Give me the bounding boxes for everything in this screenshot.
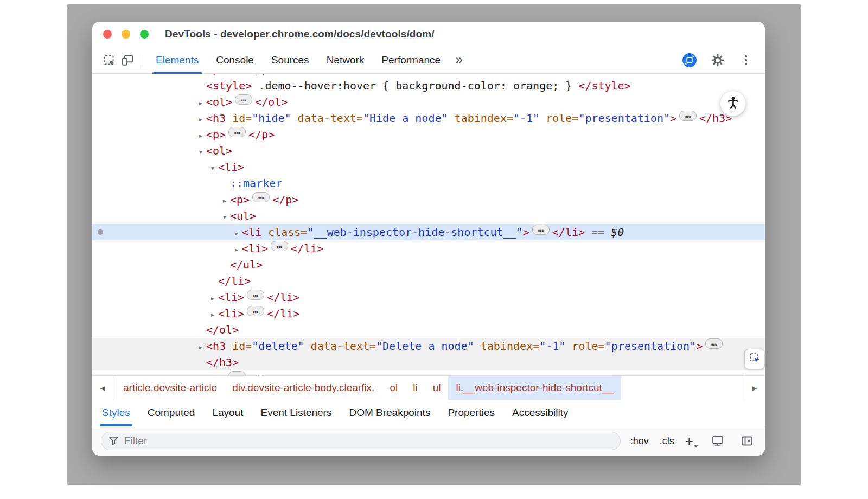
new-style-rule-button[interactable]: +: [685, 434, 698, 448]
window-title: DevTools - developer.chrome.com/docs/dev…: [165, 28, 435, 40]
dom-tree-row[interactable]: ▸<li class="__web-inspector-hide-shortcu…: [92, 224, 765, 240]
dom-tree-row[interactable]: </ol>: [92, 322, 765, 338]
ellipsis-pill[interactable]: …: [228, 127, 246, 137]
code-token-tag: <li>: [218, 161, 244, 174]
code-token-tag: <li>: [218, 307, 244, 320]
dom-tree-row[interactable]: </h3>: [92, 354, 765, 370]
dom-tree-row[interactable]: ▸<p>…</p>: [92, 126, 765, 143]
breadcrumb-item[interactable]: div.devsite-article-body.clearfix.: [225, 376, 382, 400]
tab-performance[interactable]: Performance: [373, 47, 449, 73]
dom-tree-row[interactable]: ▾<li>: [92, 159, 765, 175]
ellipsis-pill[interactable]: …: [247, 290, 264, 300]
toggle-device-toolbar-icon[interactable]: [118, 51, 137, 69]
close-button[interactable]: [103, 30, 112, 39]
kebab-menu-icon[interactable]: [737, 51, 755, 69]
breadcrumb: ◂ article.devsite-articlediv.devsite-art…: [92, 375, 765, 400]
dom-tree-row[interactable]: ▸<p>…</p>: [92, 74, 765, 78]
ellipsis-pill[interactable]: …: [271, 241, 288, 251]
rendering-emulations-icon[interactable]: [709, 432, 727, 450]
expand-arrow[interactable]: ▸: [195, 372, 206, 375]
dom-tree-row[interactable]: ▸<li>…</li>: [92, 240, 765, 257]
expand-arrow[interactable]: ▸: [195, 127, 206, 144]
styles-filter-input[interactable]: Filter: [101, 432, 621, 450]
breadcrumb-item[interactable]: ul: [425, 376, 449, 400]
ellipsis-pill[interactable]: …: [247, 306, 264, 316]
breadcrumb-item[interactable]: li.__web-inspector-hide-shortcut__: [448, 376, 621, 400]
chevron-left-icon: ◂: [100, 382, 105, 394]
ellipsis-pill[interactable]: …: [705, 338, 723, 349]
code-token-tag: </li>: [267, 307, 299, 320]
inspect-element-icon[interactable]: [100, 51, 118, 69]
toggle-sidebar-icon[interactable]: [738, 432, 756, 450]
dom-tree-row[interactable]: ▸<li>…</li>: [92, 305, 765, 322]
breadcrumb-item[interactable]: article.devsite-article: [116, 376, 225, 400]
expand-arrow[interactable]: ▾: [219, 209, 230, 225]
sidebar-tab-properties[interactable]: Properties: [442, 400, 500, 426]
code-token-tag: </ol>: [206, 323, 239, 336]
ellipsis-pill[interactable]: …: [252, 192, 270, 202]
code-token-attr: class=: [261, 226, 307, 239]
code-token-val: "presentation": [578, 112, 670, 125]
dom-tree-row[interactable]: ▸<h3 id="hide" data-text="Hide a node" t…: [92, 110, 765, 126]
code-token-val: "presentation": [605, 340, 697, 353]
dom-tree-row[interactable]: ▸<p>…</p>: [92, 370, 765, 375]
expand-arrow[interactable]: ▸: [195, 111, 206, 127]
expand-arrow[interactable]: ▸: [195, 95, 206, 111]
code-token-attr: tabindex=: [448, 112, 513, 125]
sidebar-tab-event-listeners[interactable]: Event Listeners: [255, 400, 337, 426]
dom-tree-row[interactable]: ▾<ol>: [92, 143, 765, 159]
breadcrumb-item[interactable]: li: [405, 376, 425, 400]
ellipsis-pill[interactable]: …: [532, 225, 550, 235]
expand-arrow[interactable]: ▸: [195, 339, 206, 355]
expand-arrow[interactable]: ▸: [231, 225, 242, 241]
dom-tree-row[interactable]: <style> .demo--hover:hover { background-…: [92, 78, 765, 94]
code-token-tag: <li>: [242, 242, 268, 255]
ellipsis-pill[interactable]: …: [228, 371, 246, 375]
dom-tree-content: ▸<p>…</p><style> .demo--hover:hover { ba…: [92, 74, 765, 375]
sidebar-tab-layout[interactable]: Layout: [207, 400, 248, 426]
dom-tree-row[interactable]: ▸<h3 id="delete" data-text="Delete a nod…: [92, 338, 765, 354]
sidebar-tab-accessibility[interactable]: Accessibility: [507, 400, 573, 426]
tab-network[interactable]: Network: [318, 47, 373, 73]
code-token-attr: data-text=: [304, 340, 376, 353]
expand-arrow[interactable]: ▸: [231, 241, 242, 258]
expand-arrow[interactable]: ▾: [207, 160, 218, 176]
dom-tree-row[interactable]: </ul>: [92, 257, 765, 273]
sidebar-tab-dom-breakpoints[interactable]: DOM Breakpoints: [343, 400, 436, 426]
inspect-badge-button[interactable]: [744, 349, 765, 369]
dom-tree-row[interactable]: </li>: [92, 273, 765, 289]
dom-tree-row[interactable]: ▾<ul>: [92, 208, 765, 224]
tab-console[interactable]: Console: [207, 47, 263, 73]
code-token-val: "hide": [252, 112, 291, 125]
minimize-button[interactable]: [122, 30, 130, 39]
breadcrumb-scroll-right-button[interactable]: ▸: [744, 376, 765, 400]
tab-sources[interactable]: Sources: [263, 47, 318, 73]
code-token-tag: <h3: [206, 340, 226, 353]
sidebar-tab-styles[interactable]: Styles: [97, 400, 136, 426]
code-token-attr: id=: [226, 340, 252, 353]
dom-tree-row[interactable]: ▸<p>…</p>: [92, 191, 765, 208]
expand-arrow[interactable]: ▸: [207, 306, 218, 323]
expand-arrow[interactable]: ▸: [219, 193, 230, 209]
code-token-pseudo: ::marker: [230, 177, 282, 190]
element-classes-button[interactable]: .cls: [660, 436, 674, 447]
ellipsis-pill[interactable]: …: [679, 111, 697, 121]
maximize-button[interactable]: [140, 30, 149, 39]
dom-tree-row[interactable]: ▸<li>…</li>: [92, 289, 765, 305]
rotate-device-icon[interactable]: [680, 51, 699, 69]
devtools-toolbar: ElementsConsoleSourcesNetworkPerformance…: [92, 47, 765, 74]
toggle-element-state-button[interactable]: :hov: [630, 436, 649, 447]
sidebar-tab-computed[interactable]: Computed: [142, 400, 201, 426]
expand-arrow[interactable]: ▸: [207, 290, 218, 306]
tab-elements[interactable]: Elements: [147, 47, 207, 73]
ellipsis-pill[interactable]: …: [235, 94, 252, 105]
expand-arrow[interactable]: ▾: [195, 144, 206, 160]
dom-tree-row[interactable]: ▸<ol>…</ol>: [92, 94, 765, 110]
code-token-eq: ==: [585, 226, 611, 239]
settings-gear-icon[interactable]: [709, 51, 727, 69]
breadcrumb-item[interactable]: ol: [382, 376, 405, 400]
breadcrumb-scroll-left-button[interactable]: ◂: [92, 376, 113, 400]
accessibility-button[interactable]: [720, 91, 745, 116]
dom-tree-row[interactable]: ::marker: [92, 175, 765, 191]
more-tabs-button[interactable]: »: [449, 54, 469, 66]
